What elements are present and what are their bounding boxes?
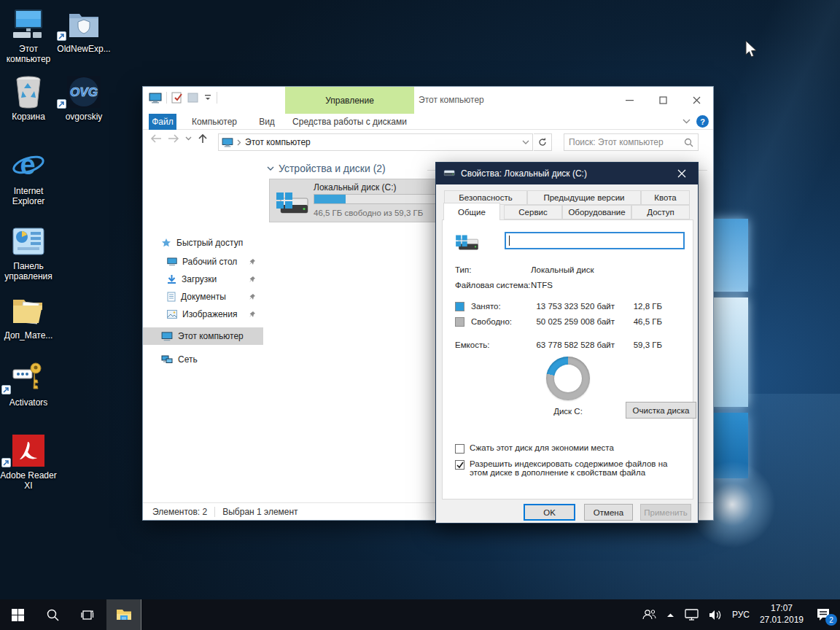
desktop-icon-label: Корзина	[0, 112, 57, 122]
desktop-icon-this-pc[interactable]: Этот компьютер	[0, 7, 57, 65]
desktop-icon	[167, 257, 177, 266]
action-center-button[interactable]: 2	[814, 605, 833, 624]
drive-icon	[443, 168, 455, 179]
ovg-logo-icon: OVG	[55, 75, 112, 109]
qat-customize-chevron-icon[interactable]	[203, 94, 212, 101]
this-pc-icon	[161, 332, 173, 341]
tab-sharing[interactable]: Доступ	[631, 205, 690, 219]
dialog-close-button[interactable]	[665, 163, 698, 184]
desktop-icon-activators[interactable]: Activators	[0, 361, 57, 408]
tab-file[interactable]: Файл	[149, 114, 176, 130]
svg-text:OVG: OVG	[70, 85, 98, 99]
apply-button[interactable]: Применить	[640, 504, 691, 521]
document-icon	[167, 292, 176, 302]
maximize-button[interactable]	[646, 87, 680, 114]
tab-view[interactable]: Вид	[252, 114, 281, 130]
svg-text:e: e	[20, 149, 35, 180]
tab-computer[interactable]: Компьютер	[185, 114, 244, 130]
compress-checkbox[interactable]: Сжать этот диск для экономии места	[455, 443, 685, 454]
tab-tools[interactable]: Сервис	[504, 205, 562, 219]
help-icon[interactable]: ?	[696, 115, 709, 128]
sidebar-item-documents[interactable]: Документы	[143, 289, 263, 304]
start-button[interactable]	[0, 599, 35, 630]
sidebar-item-desktop[interactable]: Рабочий стол	[143, 254, 263, 269]
free-size: 46,5 ГБ	[618, 317, 662, 326]
recent-locations-chevron-icon[interactable]	[185, 136, 192, 141]
desktop-icon-adobe-reader[interactable]: Adobe Reader XI	[0, 434, 57, 491]
used-size: 12,8 ГБ	[618, 302, 662, 311]
folder-icon	[0, 294, 57, 327]
search-input[interactable]: Поиск: Этот компьютер	[564, 133, 699, 151]
volume-icon[interactable]	[709, 610, 722, 621]
volume-label-input[interactable]	[505, 232, 685, 249]
desktop-icon-recycle-bin[interactable]: Корзина	[0, 75, 57, 122]
desktop-icon-control-panel[interactable]: Панель управления	[0, 225, 57, 282]
sidebar-item-quick-access[interactable]: Быстрый доступ	[143, 236, 263, 250]
index-checkbox[interactable]: Разрешить индексировать содержимое файло…	[455, 459, 687, 477]
sidebar-item-pictures[interactable]: Изображения	[143, 307, 263, 322]
tab-previous-versions[interactable]: Предыдущие версии	[527, 190, 641, 205]
new-folder-icon[interactable]	[187, 92, 199, 104]
taskbar-search-button[interactable]	[35, 599, 70, 630]
general-tab-panel: Тип: Локальный диск Файловая система: NT…	[442, 219, 693, 499]
group-header-devices[interactable]: Устройства и диски (2)	[267, 163, 386, 174]
sidebar-item-downloads[interactable]: Загрузки	[143, 272, 263, 287]
wallpaper-windows-logo	[710, 213, 752, 505]
address-bar[interactable]: Этот компьютер	[218, 133, 533, 151]
folder-shield-icon	[55, 7, 112, 41]
drive-name: Локальный диск (C:)	[314, 182, 397, 192]
language-indicator[interactable]: РУС	[732, 610, 750, 620]
star-icon	[161, 238, 171, 248]
desktop-icon-ovgorskiy[interactable]: OVG ovgorskiy	[55, 75, 112, 122]
refresh-icon	[538, 138, 547, 147]
network-icon[interactable]	[685, 609, 699, 621]
up-icon[interactable]	[198, 133, 208, 144]
desktop-icon-dop-mate-folder[interactable]: Доп_Мате...	[0, 294, 57, 341]
forward-icon[interactable]	[168, 134, 179, 143]
sidebar-item-network[interactable]: Сеть	[143, 352, 263, 367]
contextual-tab-group-manage[interactable]: Управление	[285, 87, 414, 114]
task-view-icon	[81, 610, 94, 621]
drive-icon	[274, 184, 309, 219]
sidebar-item-this-pc[interactable]: Этот компьютер	[143, 327, 263, 345]
desktop-icon-oldnewexplorer[interactable]: OldNewExp...	[55, 7, 112, 54]
dialog-titlebar: Свойства: Локальный диск (C:)	[436, 163, 698, 184]
people-icon[interactable]	[642, 608, 656, 621]
desktop-icon-internet-explorer[interactable]: e Internet Explorer	[0, 149, 57, 207]
desktop-icon-label: Adobe Reader XI	[0, 470, 57, 491]
breadcrumb[interactable]: Этот компьютер	[245, 137, 311, 147]
tab-general[interactable]: Общие	[443, 203, 500, 220]
computer-icon[interactable]	[149, 93, 162, 104]
status-items-count: Элементов: 2	[152, 507, 207, 517]
ribbon-collapse-chevron-icon[interactable]	[682, 119, 691, 124]
disk-cleanup-button[interactable]: Очистка диска	[626, 402, 696, 419]
pin-icon	[249, 293, 256, 300]
taskbar-file-explorer-button[interactable]	[106, 599, 141, 630]
control-panel-icon	[0, 225, 57, 258]
maximize-icon	[659, 96, 667, 104]
drive-item-local-disk-c[interactable]: Локальный диск (C:) 46,5 ГБ свободно из …	[269, 179, 462, 222]
close-icon	[693, 96, 701, 104]
tab-quota[interactable]: Квота	[641, 190, 690, 205]
tab-disk-tools[interactable]: Средства работы с дисками	[285, 114, 414, 130]
task-view-button[interactable]	[70, 599, 105, 630]
mouse-cursor	[745, 40, 758, 59]
ok-button[interactable]: OK	[524, 504, 575, 521]
shortcut-arrow-icon	[1, 458, 11, 467]
minimize-button[interactable]	[612, 87, 646, 114]
usage-swatch	[455, 317, 464, 327]
navigation-pane: Быстрый доступ Рабочий стол Загрузки	[143, 154, 263, 504]
pin-icon	[249, 276, 256, 283]
refresh-button[interactable]	[534, 133, 552, 151]
back-icon[interactable]	[150, 134, 162, 143]
close-button[interactable]	[680, 87, 713, 114]
tab-hardware[interactable]: Оборудование	[562, 205, 631, 219]
taskbar-clock[interactable]: 17:07 27.01.2019	[760, 603, 804, 626]
address-dropdown-chevron-icon[interactable]	[522, 140, 529, 145]
hidden-icons-chevron-icon[interactable]	[666, 612, 674, 618]
cancel-button[interactable]: Отмена	[584, 504, 633, 521]
dialog-title: Свойства: Локальный диск (C:)	[461, 168, 587, 179]
filesystem-value: NTFS	[531, 281, 553, 289]
pin-icon	[249, 311, 256, 318]
properties-icon[interactable]	[171, 92, 183, 104]
